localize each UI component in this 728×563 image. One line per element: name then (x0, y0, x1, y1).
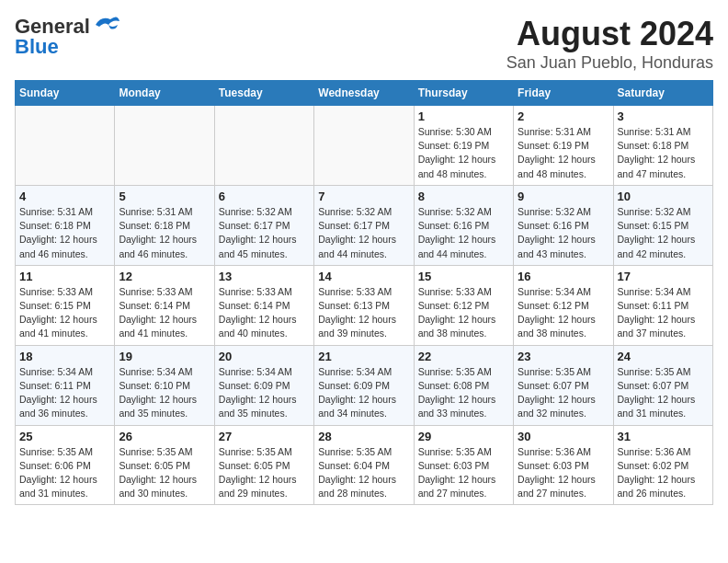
day-number: 16 (518, 270, 609, 283)
day-cell: 28Sunrise: 5:35 AMSunset: 6:04 PMDayligh… (314, 425, 414, 505)
day-cell: 31Sunrise: 5:36 AMSunset: 6:02 PMDayligh… (613, 425, 712, 505)
week-row-2: 4Sunrise: 5:31 AMSunset: 6:18 PMDaylight… (16, 185, 713, 265)
title-block: August 2024 San Juan Pueblo, Honduras (506, 15, 713, 73)
day-cell: 16Sunrise: 5:34 AMSunset: 6:12 PMDayligh… (514, 265, 613, 345)
weekday-header-friday: Friday (514, 81, 613, 106)
day-info: Sunrise: 5:34 AMSunset: 6:10 PMDaylight:… (119, 365, 210, 421)
day-cell: 3Sunrise: 5:31 AMSunset: 6:18 PMDaylight… (613, 106, 712, 186)
day-number: 15 (418, 270, 509, 283)
day-cell: 27Sunrise: 5:35 AMSunset: 6:05 PMDayligh… (214, 425, 313, 505)
day-cell: 13Sunrise: 5:33 AMSunset: 6:14 PMDayligh… (214, 265, 313, 345)
weekday-header-wednesday: Wednesday (314, 81, 414, 106)
day-number: 30 (518, 430, 609, 443)
logo-blue-text: Blue (15, 35, 59, 59)
day-info: Sunrise: 5:33 AMSunset: 6:15 PMDaylight:… (19, 285, 110, 341)
day-number: 9 (518, 190, 609, 203)
day-cell: 26Sunrise: 5:35 AMSunset: 6:05 PMDayligh… (115, 425, 214, 505)
week-row-5: 25Sunrise: 5:35 AMSunset: 6:06 PMDayligh… (16, 425, 713, 505)
day-info: Sunrise: 5:33 AMSunset: 6:13 PMDaylight:… (318, 285, 409, 341)
day-cell: 8Sunrise: 5:32 AMSunset: 6:16 PMDaylight… (414, 185, 513, 265)
day-number: 8 (418, 190, 509, 203)
day-info: Sunrise: 5:31 AMSunset: 6:18 PMDaylight:… (119, 205, 210, 261)
day-number: 24 (618, 350, 709, 363)
day-info: Sunrise: 5:34 AMSunset: 6:11 PMDaylight:… (618, 285, 709, 341)
day-number: 29 (418, 430, 509, 443)
day-cell: 19Sunrise: 5:34 AMSunset: 6:10 PMDayligh… (115, 345, 214, 425)
day-number: 23 (518, 350, 609, 363)
day-info: Sunrise: 5:35 AMSunset: 6:06 PMDaylight:… (19, 445, 110, 501)
day-cell (314, 106, 414, 186)
day-info: Sunrise: 5:34 AMSunset: 6:12 PMDaylight:… (518, 285, 609, 341)
day-cell: 30Sunrise: 5:36 AMSunset: 6:03 PMDayligh… (514, 425, 613, 505)
page-header: General Blue August 2024 San Juan Pueblo… (15, 15, 713, 73)
day-info: Sunrise: 5:33 AMSunset: 6:14 PMDaylight:… (219, 285, 310, 341)
day-info: Sunrise: 5:34 AMSunset: 6:09 PMDaylight:… (318, 365, 409, 421)
day-info: Sunrise: 5:35 AMSunset: 6:07 PMDaylight:… (618, 365, 709, 421)
day-info: Sunrise: 5:33 AMSunset: 6:14 PMDaylight:… (119, 285, 210, 341)
day-number: 13 (219, 270, 310, 283)
day-number: 27 (219, 430, 310, 443)
day-info: Sunrise: 5:32 AMSunset: 6:17 PMDaylight:… (219, 205, 310, 261)
day-cell: 6Sunrise: 5:32 AMSunset: 6:17 PMDaylight… (214, 185, 313, 265)
weekday-header-monday: Monday (115, 81, 214, 106)
weekday-header-thursday: Thursday (414, 81, 513, 106)
day-number: 19 (119, 350, 210, 363)
day-number: 1 (418, 109, 509, 123)
day-cell: 5Sunrise: 5:31 AMSunset: 6:18 PMDaylight… (115, 185, 214, 265)
day-info: Sunrise: 5:32 AMSunset: 6:17 PMDaylight:… (318, 205, 409, 261)
day-info: Sunrise: 5:31 AMSunset: 6:18 PMDaylight:… (19, 205, 110, 261)
day-cell: 11Sunrise: 5:33 AMSunset: 6:15 PMDayligh… (16, 265, 115, 345)
day-number: 21 (318, 350, 409, 363)
day-info: Sunrise: 5:31 AMSunset: 6:18 PMDaylight:… (618, 125, 709, 181)
day-number: 6 (219, 190, 310, 203)
day-info: Sunrise: 5:36 AMSunset: 6:02 PMDaylight:… (618, 445, 709, 501)
day-cell: 1Sunrise: 5:30 AMSunset: 6:19 PMDaylight… (414, 106, 513, 186)
day-cell: 2Sunrise: 5:31 AMSunset: 6:19 PMDaylight… (514, 106, 613, 186)
day-cell: 4Sunrise: 5:31 AMSunset: 6:18 PMDaylight… (16, 185, 115, 265)
page-title: August 2024 (506, 15, 713, 53)
day-cell: 22Sunrise: 5:35 AMSunset: 6:08 PMDayligh… (414, 345, 513, 425)
day-cell: 18Sunrise: 5:34 AMSunset: 6:11 PMDayligh… (16, 345, 115, 425)
day-cell: 7Sunrise: 5:32 AMSunset: 6:17 PMDaylight… (314, 185, 414, 265)
calendar-table: SundayMondayTuesdayWednesdayThursdayFrid… (15, 80, 713, 505)
day-number: 26 (119, 430, 210, 443)
day-cell: 15Sunrise: 5:33 AMSunset: 6:12 PMDayligh… (414, 265, 513, 345)
day-info: Sunrise: 5:34 AMSunset: 6:09 PMDaylight:… (219, 365, 310, 421)
day-number: 12 (119, 270, 210, 283)
day-cell: 14Sunrise: 5:33 AMSunset: 6:13 PMDayligh… (314, 265, 414, 345)
day-info: Sunrise: 5:35 AMSunset: 6:04 PMDaylight:… (318, 445, 409, 501)
day-number: 31 (618, 430, 709, 443)
day-info: Sunrise: 5:31 AMSunset: 6:19 PMDaylight:… (518, 125, 609, 181)
day-info: Sunrise: 5:33 AMSunset: 6:12 PMDaylight:… (418, 285, 509, 341)
week-row-4: 18Sunrise: 5:34 AMSunset: 6:11 PMDayligh… (16, 345, 713, 425)
day-number: 22 (418, 350, 509, 363)
day-cell: 20Sunrise: 5:34 AMSunset: 6:09 PMDayligh… (214, 345, 313, 425)
day-cell: 9Sunrise: 5:32 AMSunset: 6:16 PMDaylight… (514, 185, 613, 265)
day-cell: 25Sunrise: 5:35 AMSunset: 6:06 PMDayligh… (16, 425, 115, 505)
day-cell: 29Sunrise: 5:35 AMSunset: 6:03 PMDayligh… (414, 425, 513, 505)
day-info: Sunrise: 5:30 AMSunset: 6:19 PMDaylight:… (418, 125, 509, 181)
logo-bird-icon (92, 14, 121, 36)
day-cell (214, 106, 313, 186)
day-number: 14 (318, 270, 409, 283)
weekday-header-tuesday: Tuesday (214, 81, 313, 106)
day-number: 2 (518, 109, 609, 123)
day-cell (16, 106, 115, 186)
day-number: 17 (618, 270, 709, 283)
day-info: Sunrise: 5:35 AMSunset: 6:08 PMDaylight:… (418, 365, 509, 421)
day-cell: 21Sunrise: 5:34 AMSunset: 6:09 PMDayligh… (314, 345, 414, 425)
day-info: Sunrise: 5:32 AMSunset: 6:15 PMDaylight:… (618, 205, 709, 261)
day-number: 7 (318, 190, 409, 203)
day-number: 20 (219, 350, 310, 363)
day-cell: 12Sunrise: 5:33 AMSunset: 6:14 PMDayligh… (115, 265, 214, 345)
week-row-3: 11Sunrise: 5:33 AMSunset: 6:15 PMDayligh… (16, 265, 713, 345)
day-number: 11 (19, 270, 110, 283)
day-cell: 10Sunrise: 5:32 AMSunset: 6:15 PMDayligh… (613, 185, 712, 265)
day-info: Sunrise: 5:35 AMSunset: 6:05 PMDaylight:… (119, 445, 210, 501)
day-number: 10 (618, 190, 709, 203)
day-info: Sunrise: 5:35 AMSunset: 6:03 PMDaylight:… (418, 445, 509, 501)
day-info: Sunrise: 5:32 AMSunset: 6:16 PMDaylight:… (418, 205, 509, 261)
day-info: Sunrise: 5:36 AMSunset: 6:03 PMDaylight:… (518, 445, 609, 501)
day-cell: 23Sunrise: 5:35 AMSunset: 6:07 PMDayligh… (514, 345, 613, 425)
day-number: 25 (19, 430, 110, 443)
